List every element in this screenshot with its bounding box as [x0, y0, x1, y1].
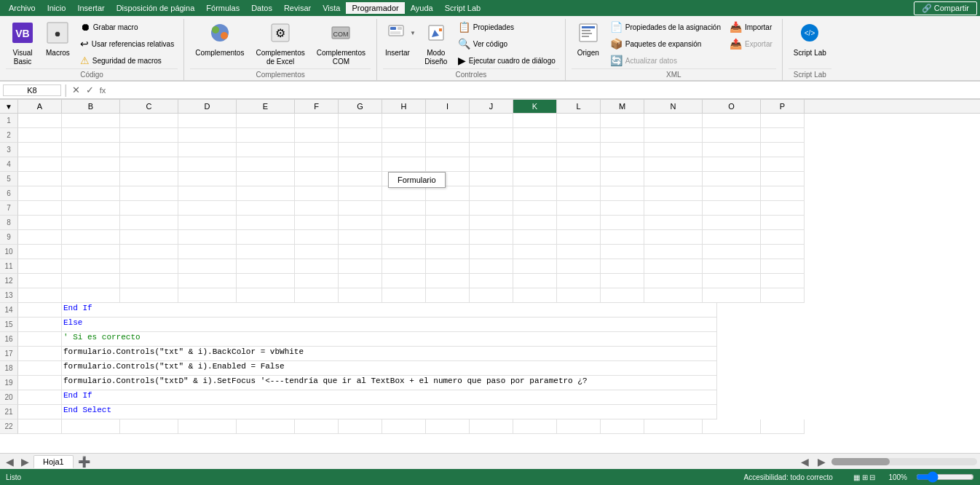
list-item[interactable]: [513, 216, 557, 230]
list-item[interactable]: [120, 157, 178, 172]
sheet-scroll-left[interactable]: ◀: [3, 456, 17, 468]
list-item[interactable]: [237, 186, 295, 201]
list-item[interactable]: [557, 274, 601, 288]
actualizar-datos-button[interactable]: 🔄 Actualizar datos: [606, 52, 724, 68]
list-item[interactable]: [761, 288, 805, 303]
list-item[interactable]: [470, 201, 513, 216]
list-item[interactable]: [601, 128, 644, 143]
page-layout-icon[interactable]: ⊞: [862, 473, 868, 481]
list-item[interactable]: [513, 143, 557, 157]
list-item[interactable]: [601, 157, 644, 172]
list-item[interactable]: [237, 143, 295, 157]
list-item[interactable]: End If: [62, 390, 717, 405]
list-item[interactable]: [426, 201, 470, 216]
list-item[interactable]: [295, 274, 339, 288]
list-item[interactable]: [120, 128, 178, 143]
list-item[interactable]: [237, 230, 295, 245]
list-item[interactable]: [557, 172, 601, 186]
list-item[interactable]: [470, 172, 513, 186]
list-item[interactable]: [426, 245, 470, 259]
list-item[interactable]: [18, 361, 62, 376]
list-item[interactable]: [426, 216, 470, 230]
list-item[interactable]: [237, 128, 295, 143]
list-item[interactable]: [18, 230, 62, 245]
list-item[interactable]: [120, 259, 178, 274]
list-item[interactable]: ' Si es correcto: [62, 332, 717, 347]
list-item[interactable]: [426, 143, 470, 157]
list-item[interactable]: [237, 274, 295, 288]
list-item[interactable]: [426, 230, 470, 245]
insert-function-button[interactable]: fx: [98, 86, 108, 95]
list-item[interactable]: [295, 288, 339, 303]
list-item[interactable]: [178, 128, 237, 143]
list-item[interactable]: [339, 230, 382, 245]
list-item[interactable]: [601, 274, 644, 288]
list-item[interactable]: [295, 157, 339, 172]
list-item[interactable]: [513, 201, 557, 216]
menu-datos[interactable]: Datos: [245, 2, 278, 14]
menu-vista[interactable]: Vista: [317, 2, 346, 14]
list-item[interactable]: [18, 347, 62, 361]
list-item[interactable]: [339, 288, 382, 303]
list-item[interactable]: [557, 419, 601, 434]
col-header-c[interactable]: C: [120, 100, 178, 113]
list-item[interactable]: [178, 216, 237, 230]
list-item[interactable]: [178, 157, 237, 172]
list-item[interactable]: [703, 288, 761, 303]
col-header-l[interactable]: L: [557, 100, 601, 113]
list-item[interactable]: [18, 201, 62, 216]
list-item[interactable]: [382, 201, 426, 216]
list-item[interactable]: [178, 186, 237, 201]
list-item[interactable]: [62, 201, 120, 216]
list-item[interactable]: [426, 186, 470, 201]
list-item[interactable]: [18, 143, 62, 157]
list-item[interactable]: [644, 259, 703, 274]
list-item[interactable]: [761, 143, 805, 157]
list-item[interactable]: [339, 419, 382, 434]
name-box[interactable]: [3, 84, 61, 96]
col-header-p[interactable]: P: [761, 100, 805, 113]
list-item[interactable]: [426, 114, 470, 128]
menu-archivo[interactable]: Archivo: [3, 2, 42, 14]
page-break-icon[interactable]: ⊟: [869, 473, 875, 481]
list-item[interactable]: [295, 186, 339, 201]
list-item[interactable]: [62, 128, 120, 143]
list-item[interactable]: [120, 230, 178, 245]
list-item[interactable]: [557, 157, 601, 172]
list-item[interactable]: [557, 230, 601, 245]
list-item[interactable]: [761, 419, 805, 434]
list-item[interactable]: [382, 216, 426, 230]
list-item[interactable]: [120, 419, 178, 434]
list-item[interactable]: [513, 419, 557, 434]
list-item[interactable]: [120, 172, 178, 186]
list-item[interactable]: [470, 143, 513, 157]
list-item[interactable]: [703, 419, 761, 434]
visual-basic-button[interactable]: VB VisualBasic: [6, 19, 39, 68]
propiedades-asignacion-button[interactable]: 📄 Propiedades de la asignación: [606, 19, 724, 35]
formula-input[interactable]: [110, 86, 977, 95]
scroll-left-button[interactable]: ◀: [798, 456, 812, 468]
list-item[interactable]: [513, 114, 557, 128]
list-item[interactable]: [295, 230, 339, 245]
list-item[interactable]: [295, 143, 339, 157]
list-item[interactable]: [178, 201, 237, 216]
menu-disposicion[interactable]: Disposición de página: [111, 2, 201, 14]
propiedades-button[interactable]: 📋 Propiedades: [454, 19, 559, 35]
list-item[interactable]: [761, 157, 805, 172]
seguridad-button[interactable]: ⚠ Seguridad de macros: [76, 52, 178, 68]
list-item[interactable]: [557, 128, 601, 143]
list-item[interactable]: [557, 288, 601, 303]
list-item[interactable]: [644, 230, 703, 245]
list-item[interactable]: [470, 157, 513, 172]
list-item[interactable]: [644, 157, 703, 172]
list-item[interactable]: [237, 172, 295, 186]
horizontal-scrollbar[interactable]: [831, 458, 977, 465]
list-item[interactable]: [237, 419, 295, 434]
list-item[interactable]: [18, 303, 62, 318]
list-item[interactable]: [178, 172, 237, 186]
usar-referencias-button[interactable]: ↩ Usar referencias relativas: [76, 36, 178, 52]
list-item[interactable]: [470, 186, 513, 201]
list-item[interactable]: [339, 259, 382, 274]
menu-ayuda[interactable]: Ayuda: [405, 2, 439, 14]
list-item[interactable]: [601, 201, 644, 216]
